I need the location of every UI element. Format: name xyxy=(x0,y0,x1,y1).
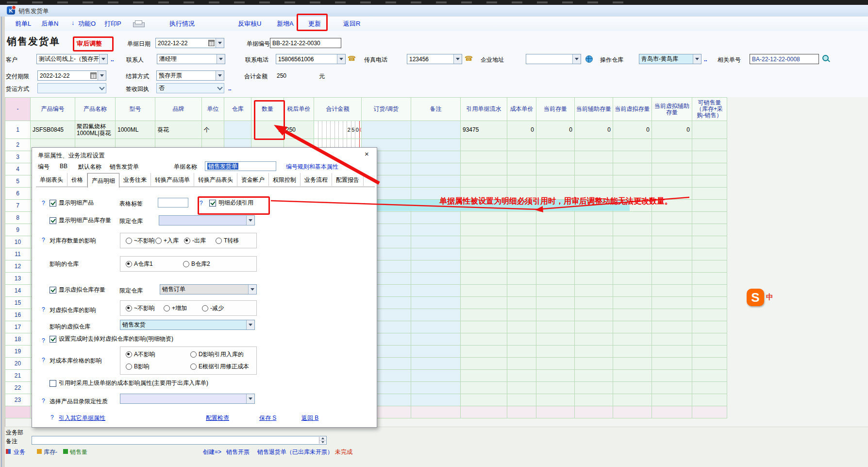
dialog-tab-3[interactable]: 产品明细 xyxy=(87,173,119,188)
close-icon[interactable]: × xyxy=(365,150,369,158)
cell-vaux[interactable] xyxy=(652,406,692,418)
cell-memo[interactable] xyxy=(411,297,461,309)
cell-sellable[interactable] xyxy=(692,358,727,370)
deliver-deadline-input[interactable]: 2022-12-22 xyxy=(37,70,106,81)
help-icon[interactable]: ? xyxy=(42,237,45,243)
column-header-aux[interactable]: 当前辅助存量 xyxy=(575,98,613,121)
next-doc-button[interactable]: 后单N xyxy=(41,19,58,28)
cell-cost[interactable] xyxy=(507,358,536,370)
cell-order[interactable] xyxy=(362,121,411,139)
dialog-tab-4[interactable]: 业务往来 xyxy=(119,173,151,186)
op-warehouse-more-button[interactable]: .. xyxy=(704,56,707,63)
cell-idx[interactable]: 4 xyxy=(5,163,31,175)
cell-aux[interactable] xyxy=(575,175,613,188)
dialog-tab-2[interactable]: 价格 xyxy=(67,173,87,186)
settle-method-select[interactable]: 预存开票 xyxy=(156,70,224,81)
help-icon[interactable]: ? xyxy=(42,200,45,207)
limit-warehouse-select[interactable] xyxy=(159,215,255,225)
cell-stock[interactable] xyxy=(536,406,575,418)
cell-vstock[interactable] xyxy=(613,370,652,382)
help-icon[interactable]: ? xyxy=(42,398,45,404)
cell-aux[interactable] xyxy=(575,285,613,297)
cell-stock[interactable] xyxy=(536,212,575,224)
sales-return-link[interactable]: 销售退货单（已出库未开票） xyxy=(257,448,333,456)
checkbox-icon[interactable] xyxy=(50,336,56,343)
checkbox-must-ref[interactable]: 明细必须引用 xyxy=(209,199,253,207)
cell-aux[interactable] xyxy=(575,346,613,358)
cell-aux[interactable] xyxy=(575,163,613,175)
cell-sellable[interactable] xyxy=(692,297,727,309)
cell-aux[interactable] xyxy=(575,273,613,285)
cell-sellable[interactable] xyxy=(692,212,727,224)
cell-sellable[interactable] xyxy=(692,394,727,406)
cell-vstock[interactable] xyxy=(613,151,652,163)
cell-vaux[interactable] xyxy=(652,212,692,224)
unfinished-status[interactable]: 未完成 xyxy=(335,448,352,456)
cell-stock[interactable] xyxy=(536,248,575,260)
cell-vaux[interactable] xyxy=(652,273,692,285)
fax-select[interactable]: 123456 xyxy=(407,54,462,64)
dialog-tab-6[interactable]: 转换产品表头 xyxy=(194,173,237,186)
memo-input[interactable] xyxy=(32,436,327,445)
update-button[interactable]: 更新 xyxy=(308,19,321,28)
column-header-wh[interactable]: 仓库 xyxy=(224,98,251,121)
help-icon[interactable]: ? xyxy=(42,357,45,363)
memo-spinner[interactable] xyxy=(319,437,326,444)
column-header-unit[interactable]: 单位 xyxy=(202,98,224,121)
cell-unit[interactable]: 个 xyxy=(202,121,224,139)
cell-memo[interactable] xyxy=(411,321,461,333)
dialog-tab-10[interactable]: 配置报告 xyxy=(332,173,364,186)
radio-warehouse-a[interactable]: A仓库1 xyxy=(126,260,153,268)
cell-vstock[interactable] xyxy=(613,224,652,236)
cell-model[interactable]: 1000ML xyxy=(116,121,155,139)
radio-warehouse-b[interactable]: B仓库2 xyxy=(183,260,210,268)
cell-idx[interactable]: 7 xyxy=(5,200,31,212)
cell-vaux[interactable] xyxy=(652,260,692,273)
cell-cost[interactable] xyxy=(507,333,536,346)
checkbox-icon[interactable] xyxy=(50,217,56,224)
cell-idx[interactable]: 15 xyxy=(5,297,31,309)
cell-sellable[interactable] xyxy=(692,406,727,418)
cell-vstock[interactable] xyxy=(613,285,652,297)
cell-cost[interactable] xyxy=(507,139,536,151)
cell-memo[interactable] xyxy=(411,358,461,370)
cell-flow[interactable] xyxy=(461,224,507,236)
cell-sellable[interactable] xyxy=(692,236,727,248)
checkbox-inherit-cost[interactable]: 引用时采用上级单据的成本影响属性(主要用于出库入库单) xyxy=(50,379,208,387)
cell-idx[interactable]: 3 xyxy=(5,151,31,163)
cell-flow[interactable] xyxy=(461,285,507,297)
globe-icon[interactable] xyxy=(585,55,593,63)
radio-cost-none[interactable]: A不影响 xyxy=(126,350,155,359)
cell-vstock[interactable] xyxy=(613,248,652,260)
column-header-cost[interactable]: 成本单价 xyxy=(507,98,536,121)
table-tag-input[interactable] xyxy=(158,198,188,208)
dialog-tab-7[interactable]: 资金帐户 xyxy=(237,173,269,186)
return-button[interactable]: 返回R xyxy=(343,19,360,28)
cell-stock[interactable] xyxy=(536,394,575,406)
contact-select[interactable]: 潘经理 xyxy=(157,54,225,64)
cell-flow[interactable] xyxy=(461,273,507,285)
cell-memo[interactable] xyxy=(411,346,461,358)
cell-memo[interactable] xyxy=(411,382,461,394)
cell-idx[interactable]: 21 xyxy=(5,370,31,382)
cell-memo[interactable] xyxy=(411,224,461,236)
cell-vaux[interactable] xyxy=(652,175,692,188)
column-header-stock[interactable]: 当前存量 xyxy=(536,98,575,121)
cell-sellable[interactable] xyxy=(692,273,727,285)
cell-flow[interactable] xyxy=(461,212,507,224)
radio-transfer[interactable]: T转移 xyxy=(216,237,239,245)
cell-sellable[interactable] xyxy=(692,224,727,236)
cell-vstock[interactable] xyxy=(613,321,652,333)
customer-select[interactable]: 测试公司线上-（预存开 xyxy=(36,54,108,64)
cell-sellable[interactable] xyxy=(692,382,727,394)
cell-aux[interactable] xyxy=(575,406,613,418)
cell-stock[interactable] xyxy=(536,297,575,309)
cell-flow[interactable]: 93475 xyxy=(461,121,507,139)
cell-memo[interactable] xyxy=(411,175,461,188)
column-header-brand[interactable]: 品牌 xyxy=(155,98,202,121)
cell-vstock[interactable] xyxy=(613,346,652,358)
doc-date-input[interactable]: 2022-12-22 xyxy=(155,38,224,48)
cell-sellable[interactable] xyxy=(692,175,727,188)
cell-memo[interactable] xyxy=(411,309,461,321)
cell-sellable[interactable] xyxy=(692,139,727,151)
